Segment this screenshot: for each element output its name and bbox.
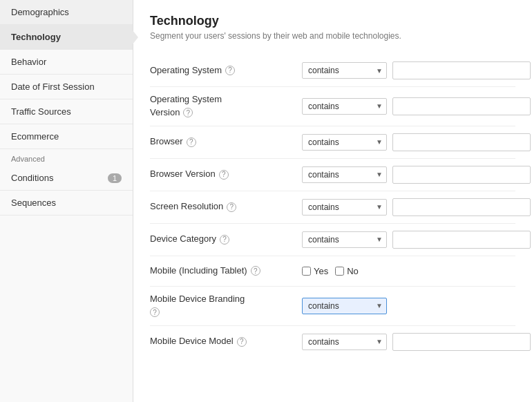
operating-system-input[interactable] bbox=[392, 61, 531, 79]
operating-system-version-select-wrapper: contains does not contain exactly matche… bbox=[302, 98, 387, 115]
browser-version-input[interactable] bbox=[392, 166, 531, 184]
sidebar-label-behavior: Behavior bbox=[11, 57, 46, 67]
field-row-mobile-device-branding: Mobile Device Branding ? contains does n… bbox=[150, 287, 515, 326]
operating-system-version-label: Operating System Version ? bbox=[150, 94, 302, 119]
mobile-controls: Yes No bbox=[302, 266, 515, 276]
browser-version-controls: contains does not contain exactly matche… bbox=[302, 166, 531, 184]
screen-resolution-controls: contains does not contain exactly matche… bbox=[302, 198, 531, 216]
screen-resolution-select[interactable]: contains does not contain exactly matche… bbox=[302, 199, 387, 216]
page-subtitle: Segment your users' sessions by their we… bbox=[150, 31, 515, 41]
device-category-controls: contains does not contain exactly matche… bbox=[302, 231, 531, 249]
browser-select-wrapper: contains does not contain exactly matche… bbox=[302, 134, 387, 151]
browser-version-label: Browser Version ? bbox=[150, 169, 302, 180]
mobile-device-model-input[interactable] bbox=[392, 333, 531, 351]
browser-version-select-wrapper: contains does not contain exactly matche… bbox=[302, 166, 387, 183]
operating-system-help-icon[interactable]: ? bbox=[225, 66, 235, 75]
sidebar-item-sequences[interactable]: Sequences bbox=[0, 191, 133, 216]
operating-system-controls: contains does not contain exactly matche… bbox=[302, 61, 531, 79]
mobile-help-icon[interactable]: ? bbox=[251, 266, 260, 276]
mobile-device-model-label: Mobile Device Model ? bbox=[150, 336, 302, 347]
field-row-operating-system-version: Operating System Version ? contains does… bbox=[150, 87, 515, 126]
operating-system-version-input[interactable] bbox=[392, 97, 531, 115]
device-category-select[interactable]: contains does not contain exactly matche… bbox=[302, 231, 387, 248]
sidebar-label-demographics: Demographics bbox=[11, 7, 69, 17]
sidebar-item-conditions[interactable]: Conditions 1 bbox=[0, 166, 133, 191]
sidebar-item-ecommerce[interactable]: Ecommerce bbox=[0, 124, 133, 149]
operating-system-version-help-icon[interactable]: ? bbox=[183, 108, 193, 117]
mobile-device-branding-help-icon[interactable]: ? bbox=[150, 307, 160, 317]
mobile-label: Mobile (Including Tablet) ? bbox=[150, 265, 302, 277]
screen-resolution-input[interactable] bbox=[392, 198, 531, 216]
mobile-yes-label[interactable]: Yes bbox=[302, 266, 328, 276]
browser-version-help-icon[interactable]: ? bbox=[219, 170, 229, 180]
mobile-checkbox-group: Yes No bbox=[302, 266, 359, 276]
screen-resolution-label: Screen Resolution ? bbox=[150, 201, 302, 213]
mobile-no-checkbox[interactable] bbox=[335, 267, 344, 276]
mobile-device-model-select[interactable]: contains does not contain exactly matche… bbox=[302, 334, 387, 350]
field-row-device-category: Device Category ? contains does not cont… bbox=[150, 224, 515, 256]
sidebar-item-demographics[interactable]: Demographics bbox=[0, 0, 133, 25]
conditions-badge: 1 bbox=[108, 173, 122, 183]
device-category-select-wrapper: contains does not contain exactly matche… bbox=[302, 231, 387, 248]
field-row-mobile-device-model: Mobile Device Model ? contains does not … bbox=[150, 326, 515, 358]
device-category-input[interactable] bbox=[392, 231, 531, 249]
sidebar-label-ecommerce: Ecommerce bbox=[11, 131, 59, 142]
browser-select[interactable]: contains does not contain exactly matche… bbox=[302, 134, 387, 151]
operating-system-label: Operating System ? bbox=[150, 65, 302, 77]
field-row-screen-resolution: Screen Resolution ? contains does not co… bbox=[150, 191, 515, 224]
mobile-device-model-help-icon[interactable]: ? bbox=[237, 337, 247, 347]
mobile-no-label[interactable]: No bbox=[335, 266, 359, 276]
mobile-device-branding-controls: contains does not contain exactly matche… bbox=[302, 298, 515, 314]
device-category-label: Device Category ? bbox=[150, 233, 302, 245]
mobile-device-branding-select-wrapper: contains does not contain exactly matche… bbox=[302, 298, 387, 314]
screen-resolution-help-icon[interactable]: ? bbox=[227, 202, 236, 212]
sidebar-item-behavior[interactable]: Behavior bbox=[0, 50, 133, 75]
mobile-device-model-select-wrapper: contains does not contain exactly matche… bbox=[302, 334, 387, 350]
main-content: Technology Segment your users' sessions … bbox=[133, 0, 532, 402]
sidebar-label-conditions: Conditions bbox=[11, 173, 53, 183]
field-row-browser: Browser ? contains does not contain exac… bbox=[150, 126, 515, 159]
field-row-mobile: Mobile (Including Tablet) ? Yes No bbox=[150, 256, 515, 287]
sidebar-label-sequences: Sequences bbox=[11, 198, 56, 208]
page-title: Technology bbox=[150, 14, 515, 28]
operating-system-select[interactable]: contains does not contain exactly matche… bbox=[302, 62, 387, 79]
browser-controls: contains does not contain exactly matche… bbox=[302, 133, 531, 151]
sidebar-item-date-of-first-session[interactable]: Date of First Session bbox=[0, 75, 133, 99]
field-row-browser-version: Browser Version ? contains does not cont… bbox=[150, 159, 515, 191]
mobile-device-branding-label: Mobile Device Branding ? bbox=[150, 294, 302, 318]
operating-system-select-wrapper: contains does not contain exactly matche… bbox=[302, 62, 387, 79]
browser-input[interactable] bbox=[392, 133, 531, 151]
advanced-section-label: Advanced bbox=[0, 149, 133, 166]
browser-label: Browser ? bbox=[150, 136, 302, 148]
sidebar: Demographics Technology Behavior Date of… bbox=[0, 0, 133, 402]
operating-system-version-select[interactable]: contains does not contain exactly matche… bbox=[302, 98, 387, 115]
screen-resolution-select-wrapper: contains does not contain exactly matche… bbox=[302, 199, 387, 216]
operating-system-version-controls: contains does not contain exactly matche… bbox=[302, 97, 531, 115]
mobile-yes-checkbox[interactable] bbox=[302, 267, 311, 276]
browser-version-select[interactable]: contains does not contain exactly matche… bbox=[302, 166, 387, 183]
sidebar-label-date-of-first-session: Date of First Session bbox=[11, 82, 95, 92]
field-row-operating-system: Operating System ? contains does not con… bbox=[150, 55, 515, 87]
mobile-device-model-controls: contains does not contain exactly matche… bbox=[302, 333, 531, 351]
browser-help-icon[interactable]: ? bbox=[187, 137, 196, 147]
mobile-device-branding-select[interactable]: contains does not contain exactly matche… bbox=[302, 298, 387, 314]
sidebar-item-technology[interactable]: Technology bbox=[0, 25, 133, 50]
device-category-help-icon[interactable]: ? bbox=[220, 235, 229, 245]
sidebar-label-traffic-sources: Traffic Sources bbox=[11, 106, 71, 117]
sidebar-label-technology: Technology bbox=[11, 32, 61, 42]
sidebar-item-traffic-sources[interactable]: Traffic Sources bbox=[0, 99, 133, 124]
